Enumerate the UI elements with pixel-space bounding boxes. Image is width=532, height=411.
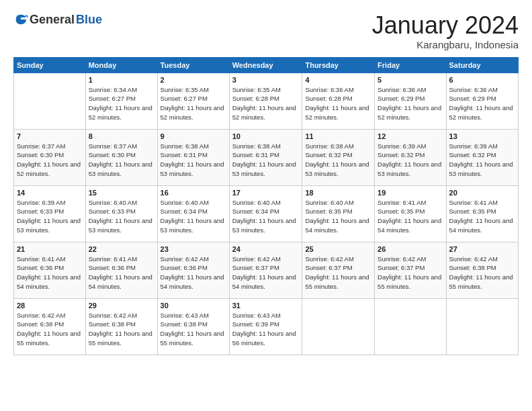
day-info: Sunrise: 6:41 AMSunset: 6:36 PMDaylight:… bbox=[89, 255, 152, 290]
calendar-cell: 19 Sunrise: 6:41 AMSunset: 6:35 PMDaylig… bbox=[375, 185, 446, 242]
calendar-week-4: 21 Sunrise: 6:41 AMSunset: 6:36 PMDaylig… bbox=[14, 242, 519, 298]
day-number: 10 bbox=[232, 132, 300, 140]
day-info: Sunrise: 6:41 AMSunset: 6:35 PMDaylight:… bbox=[449, 199, 513, 234]
calendar-cell: 23 Sunrise: 6:42 AMSunset: 6:36 PMDaylig… bbox=[157, 242, 229, 298]
day-number: 9 bbox=[161, 132, 226, 140]
col-sunday: Sunday bbox=[14, 57, 86, 73]
day-info: Sunrise: 6:40 AMSunset: 6:35 PMDaylight:… bbox=[305, 199, 369, 234]
day-info: Sunrise: 6:39 AMSunset: 6:32 PMDaylight:… bbox=[449, 142, 513, 177]
day-number: 3 bbox=[232, 76, 300, 84]
col-saturday: Saturday bbox=[446, 57, 518, 73]
calendar-cell: 15 Sunrise: 6:40 AMSunset: 6:33 PMDaylig… bbox=[85, 185, 157, 242]
day-info: Sunrise: 6:41 AMSunset: 6:35 PMDaylight:… bbox=[378, 199, 441, 234]
calendar-cell: 26 Sunrise: 6:42 AMSunset: 6:37 PMDaylig… bbox=[375, 242, 446, 298]
day-info: Sunrise: 6:34 AMSunset: 6:27 PMDaylight:… bbox=[89, 86, 152, 121]
day-info: Sunrise: 6:38 AMSunset: 6:31 PMDaylight:… bbox=[232, 142, 296, 177]
logo: General Blue bbox=[13, 12, 102, 27]
calendar-cell: 17 Sunrise: 6:40 AMSunset: 6:34 PMDaylig… bbox=[229, 185, 302, 242]
day-info: Sunrise: 6:35 AMSunset: 6:27 PMDaylight:… bbox=[161, 86, 224, 121]
day-info: Sunrise: 6:42 AMSunset: 6:38 PMDaylight:… bbox=[17, 312, 81, 347]
calendar-cell: 20 Sunrise: 6:41 AMSunset: 6:35 PMDaylig… bbox=[446, 185, 518, 242]
col-monday: Monday bbox=[85, 57, 157, 73]
day-info: Sunrise: 6:35 AMSunset: 6:28 PMDaylight:… bbox=[232, 86, 296, 121]
logo-general: General bbox=[30, 13, 75, 27]
day-number: 16 bbox=[161, 189, 226, 197]
page: General Blue January 2024 Karangbaru, In… bbox=[0, 0, 532, 362]
day-number: 22 bbox=[89, 245, 154, 253]
day-info: Sunrise: 6:36 AMSunset: 6:29 PMDaylight:… bbox=[378, 86, 441, 121]
day-number: 8 bbox=[89, 132, 154, 140]
location-title: Karangbaru, Indonesia bbox=[372, 39, 519, 50]
calendar-week-3: 14 Sunrise: 6:39 AMSunset: 6:33 PMDaylig… bbox=[14, 185, 519, 242]
day-number: 1 bbox=[89, 76, 154, 84]
calendar-cell: 25 Sunrise: 6:42 AMSunset: 6:37 PMDaylig… bbox=[302, 242, 375, 298]
day-info: Sunrise: 6:42 AMSunset: 6:36 PMDaylight:… bbox=[161, 255, 224, 290]
day-number: 15 bbox=[89, 189, 154, 197]
calendar-week-5: 28 Sunrise: 6:42 AMSunset: 6:38 PMDaylig… bbox=[14, 298, 519, 355]
day-info: Sunrise: 6:39 AMSunset: 6:33 PMDaylight:… bbox=[17, 199, 81, 234]
calendar-cell: 18 Sunrise: 6:40 AMSunset: 6:35 PMDaylig… bbox=[302, 185, 375, 242]
calendar-week-1: 1 Sunrise: 6:34 AMSunset: 6:27 PMDayligh… bbox=[14, 73, 519, 129]
col-thursday: Thursday bbox=[302, 57, 375, 73]
calendar-cell: 2 Sunrise: 6:35 AMSunset: 6:27 PMDayligh… bbox=[157, 73, 229, 129]
day-number: 18 bbox=[305, 189, 371, 197]
day-number: 21 bbox=[17, 245, 83, 253]
calendar-cell: 31 Sunrise: 6:43 AMSunset: 6:39 PMDaylig… bbox=[229, 298, 302, 355]
calendar-cell: 6 Sunrise: 6:36 AMSunset: 6:29 PMDayligh… bbox=[446, 73, 518, 129]
day-info: Sunrise: 6:40 AMSunset: 6:33 PMDaylight:… bbox=[89, 199, 152, 234]
day-number: 24 bbox=[232, 245, 300, 253]
calendar-cell: 7 Sunrise: 6:37 AMSunset: 6:30 PMDayligh… bbox=[14, 129, 86, 185]
calendar-cell: 24 Sunrise: 6:42 AMSunset: 6:37 PMDaylig… bbox=[229, 242, 302, 298]
calendar-cell: 29 Sunrise: 6:42 AMSunset: 6:38 PMDaylig… bbox=[85, 298, 157, 355]
day-number: 19 bbox=[378, 189, 443, 197]
day-number: 20 bbox=[449, 189, 515, 197]
calendar-cell: 13 Sunrise: 6:39 AMSunset: 6:32 PMDaylig… bbox=[446, 129, 518, 185]
day-info: Sunrise: 6:42 AMSunset: 6:37 PMDaylight:… bbox=[305, 255, 369, 290]
day-number: 14 bbox=[17, 189, 83, 197]
header: General Blue January 2024 Karangbaru, In… bbox=[13, 12, 519, 50]
calendar-cell: 30 Sunrise: 6:43 AMSunset: 6:38 PMDaylig… bbox=[157, 298, 229, 355]
logo-blue: Blue bbox=[76, 13, 102, 27]
calendar-cell: 5 Sunrise: 6:36 AMSunset: 6:29 PMDayligh… bbox=[375, 73, 446, 129]
day-number: 23 bbox=[161, 245, 226, 253]
calendar-cell: 28 Sunrise: 6:42 AMSunset: 6:38 PMDaylig… bbox=[14, 298, 86, 355]
day-info: Sunrise: 6:43 AMSunset: 6:39 PMDaylight:… bbox=[232, 312, 296, 347]
day-info: Sunrise: 6:38 AMSunset: 6:31 PMDaylight:… bbox=[161, 142, 224, 177]
day-number: 26 bbox=[378, 245, 443, 253]
day-info: Sunrise: 6:42 AMSunset: 6:37 PMDaylight:… bbox=[232, 255, 296, 290]
day-number: 28 bbox=[17, 302, 83, 310]
col-friday: Friday bbox=[375, 57, 446, 73]
day-number: 17 bbox=[232, 189, 300, 197]
logo-icon bbox=[13, 12, 28, 27]
title-area: January 2024 Karangbaru, Indonesia bbox=[372, 12, 519, 50]
day-info: Sunrise: 6:43 AMSunset: 6:38 PMDaylight:… bbox=[161, 312, 224, 347]
day-number: 29 bbox=[89, 302, 154, 310]
day-info: Sunrise: 6:39 AMSunset: 6:32 PMDaylight:… bbox=[378, 142, 441, 177]
day-number: 25 bbox=[305, 245, 371, 253]
day-number: 2 bbox=[161, 76, 226, 84]
calendar-cell: 10 Sunrise: 6:38 AMSunset: 6:31 PMDaylig… bbox=[229, 129, 302, 185]
day-number: 7 bbox=[17, 132, 83, 140]
col-tuesday: Tuesday bbox=[157, 57, 229, 73]
calendar-cell bbox=[14, 73, 86, 129]
day-number: 5 bbox=[378, 76, 443, 84]
day-info: Sunrise: 6:37 AMSunset: 6:30 PMDaylight:… bbox=[17, 142, 81, 177]
calendar-week-2: 7 Sunrise: 6:37 AMSunset: 6:30 PMDayligh… bbox=[14, 129, 519, 185]
day-info: Sunrise: 6:40 AMSunset: 6:34 PMDaylight:… bbox=[161, 199, 224, 234]
month-title: January 2024 bbox=[372, 12, 519, 39]
day-info: Sunrise: 6:36 AMSunset: 6:29 PMDaylight:… bbox=[449, 86, 513, 121]
day-number: 27 bbox=[449, 245, 515, 253]
day-number: 13 bbox=[449, 132, 515, 140]
day-info: Sunrise: 6:40 AMSunset: 6:34 PMDaylight:… bbox=[232, 199, 296, 234]
col-wednesday: Wednesday bbox=[229, 57, 302, 73]
day-info: Sunrise: 6:37 AMSunset: 6:30 PMDaylight:… bbox=[89, 142, 152, 177]
calendar-cell: 9 Sunrise: 6:38 AMSunset: 6:31 PMDayligh… bbox=[157, 129, 229, 185]
calendar-cell bbox=[375, 298, 446, 355]
logo-area: General Blue bbox=[13, 12, 102, 27]
day-number: 6 bbox=[449, 76, 515, 84]
calendar-cell: 27 Sunrise: 6:42 AMSunset: 6:38 PMDaylig… bbox=[446, 242, 518, 298]
calendar-cell: 4 Sunrise: 6:36 AMSunset: 6:28 PMDayligh… bbox=[302, 73, 375, 129]
calendar-cell: 21 Sunrise: 6:41 AMSunset: 6:36 PMDaylig… bbox=[14, 242, 86, 298]
calendar-cell: 1 Sunrise: 6:34 AMSunset: 6:27 PMDayligh… bbox=[85, 73, 157, 129]
calendar-cell: 16 Sunrise: 6:40 AMSunset: 6:34 PMDaylig… bbox=[157, 185, 229, 242]
